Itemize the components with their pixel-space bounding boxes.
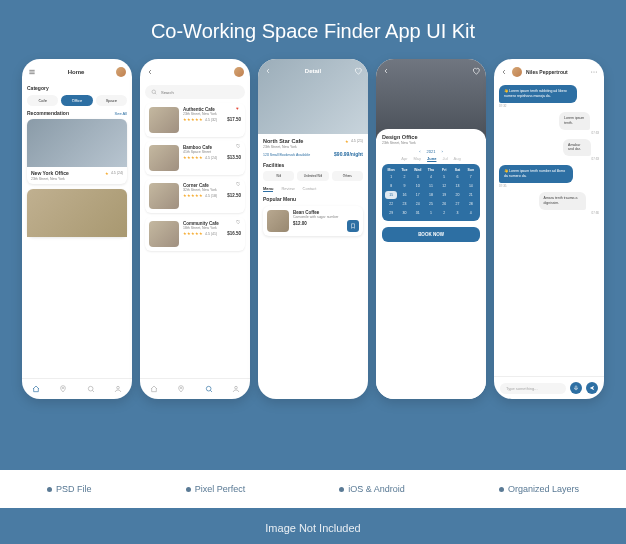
calendar-day[interactable]: 22 (385, 200, 397, 208)
list-item[interactable]: Community Cafe 18th Street, New York ★★★… (145, 217, 245, 251)
favorite-icon[interactable] (354, 67, 362, 75)
star-icon: ★★★★★ (183, 117, 203, 122)
calendar-day[interactable]: 13 (451, 182, 463, 190)
recommendation-card[interactable] (27, 189, 127, 237)
back-icon[interactable] (146, 68, 154, 76)
favorite-icon[interactable]: ♡ (236, 144, 242, 150)
calendar-day[interactable]: 6 (451, 173, 463, 181)
calendar-day[interactable]: 5 (438, 173, 450, 181)
calendar-day[interactable]: 16 (398, 191, 410, 199)
avatar[interactable] (116, 67, 126, 77)
year-prev-icon[interactable]: ‹ (419, 149, 420, 154)
tab-contact[interactable]: Contact (303, 186, 317, 192)
list-item[interactable]: Authentic Cafe 23th Street, New York ★★★… (145, 103, 245, 137)
tab-review[interactable]: Review (281, 186, 294, 192)
calendar[interactable]: MonTueWedThuFriSatSun1234567891011121314… (382, 164, 480, 221)
bookmark-button[interactable] (347, 220, 359, 232)
calendar-day[interactable]: 11 (425, 182, 437, 190)
calendar-day[interactable]: 2 (438, 209, 450, 217)
nav-profile-icon[interactable] (114, 385, 122, 393)
menu-icon[interactable] (28, 68, 36, 76)
chip-cafe[interactable]: Cafe (27, 95, 58, 106)
calendar-day[interactable]: 3 (451, 209, 463, 217)
calendar-day[interactable]: 18 (425, 191, 437, 199)
calendar-day[interactable]: 29 (385, 209, 397, 217)
nav-home-icon[interactable] (32, 385, 40, 393)
nav-home-icon[interactable] (150, 385, 158, 393)
calendar-day[interactable]: 8 (385, 182, 397, 190)
calendar-day[interactable]: 25 (425, 200, 437, 208)
calendar-day[interactable]: 30 (398, 209, 410, 217)
month[interactable]: Jul (442, 156, 447, 161)
list-item[interactable]: Bamboo Cafe 41th Space Street ★★★★★4.5 (… (145, 141, 245, 175)
facilities-label: Facilities (263, 162, 284, 168)
calendar-day[interactable]: 7 (465, 173, 477, 181)
chip-office[interactable]: Office (61, 95, 92, 106)
calendar-day[interactable]: 2 (398, 173, 410, 181)
calendar-day[interactable]: 4 (425, 173, 437, 181)
back-icon[interactable] (500, 68, 508, 76)
month-selector[interactable]: Apr May June Jul Aug (382, 156, 480, 161)
calendar-day[interactable]: 28 (465, 200, 477, 208)
facility-unlimited[interactable]: Unlimited Wifi (297, 171, 328, 181)
facility-other[interactable]: Others (332, 171, 363, 181)
calendar-day[interactable]: 1 (385, 173, 397, 181)
nav-search-icon[interactable] (205, 385, 213, 393)
tab-menu[interactable]: Menu (263, 186, 273, 192)
search-bar[interactable] (145, 85, 245, 99)
message-time: 07:32 (499, 104, 599, 108)
nav-profile-icon[interactable] (232, 385, 240, 393)
phone-mockups: Home Category Cafe Office Space Recommen… (0, 59, 626, 399)
calendar-day[interactable]: 15 (385, 191, 397, 199)
calendar-day[interactable]: 21 (465, 191, 477, 199)
calendar-day[interactable]: 1 (425, 209, 437, 217)
calendar-day[interactable]: 26 (438, 200, 450, 208)
more-icon[interactable] (590, 68, 598, 76)
calendar-day[interactable]: 4 (465, 209, 477, 217)
calendar-day[interactable]: 10 (412, 182, 424, 190)
search-input[interactable] (161, 90, 239, 95)
calendar-day[interactable]: 17 (412, 191, 424, 199)
back-icon[interactable] (264, 67, 272, 75)
popular-item[interactable]: Bean Coffee Camomile with sugar number $… (263, 206, 363, 236)
nav-location-icon[interactable] (177, 385, 185, 393)
message-bubble: 👋 Lorem ipsum tenth rabbiting ad libero … (499, 85, 577, 103)
calendar-day[interactable]: 12 (438, 182, 450, 190)
calendar-day[interactable]: 3 (412, 173, 424, 181)
favorite-icon[interactable]: ♡ (236, 220, 242, 226)
chat-avatar[interactable] (512, 67, 522, 77)
calendar-day[interactable]: 20 (451, 191, 463, 199)
favorite-icon[interactable]: ♥ (236, 106, 242, 112)
recommendation-card[interactable]: New York Office ★4.5 (24) 23th Street, N… (27, 119, 127, 184)
calendar-day[interactable]: 27 (451, 200, 463, 208)
see-all-link[interactable]: See All (115, 111, 127, 116)
favorite-icon[interactable] (472, 67, 480, 75)
screen-chat: Niles Peppertrout 👋 Lorem ipsum tenth ra… (494, 59, 604, 399)
mic-button[interactable] (570, 382, 582, 394)
send-button[interactable] (586, 382, 598, 394)
month[interactable]: May (414, 156, 422, 161)
calendar-day[interactable]: 23 (398, 200, 410, 208)
list-rating: 4.5 (32) (205, 118, 217, 122)
back-icon[interactable] (382, 67, 390, 75)
facility-wifi[interactable]: Wifi (263, 171, 294, 181)
chip-space[interactable]: Space (96, 95, 127, 106)
nav-search-icon[interactable] (87, 385, 95, 393)
price: $90.99/night (334, 151, 363, 157)
month[interactable]: Apr (401, 156, 407, 161)
nav-location-icon[interactable] (59, 385, 67, 393)
month-current[interactable]: June (427, 156, 436, 161)
chat-input[interactable]: Type something... (500, 383, 566, 394)
calendar-day[interactable]: 14 (465, 182, 477, 190)
book-now-button[interactable]: BOOK NOW (382, 227, 480, 242)
calendar-day[interactable]: 31 (412, 209, 424, 217)
year-next-icon[interactable]: › (441, 149, 442, 154)
calendar-day[interactable]: 9 (398, 182, 410, 190)
month[interactable]: Aug (454, 156, 461, 161)
list-item[interactable]: Corner Cafe 32th Street, New York ★★★★★4… (145, 179, 245, 213)
svg-point-13 (591, 72, 592, 73)
calendar-day[interactable]: 24 (412, 200, 424, 208)
calendar-day[interactable]: 19 (438, 191, 450, 199)
favorite-icon[interactable]: ♡ (236, 182, 242, 188)
avatar[interactable] (234, 67, 244, 77)
